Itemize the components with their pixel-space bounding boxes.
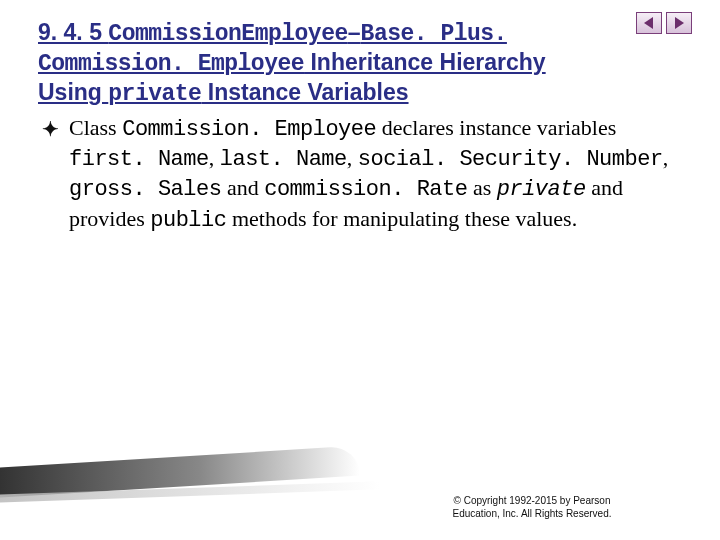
prev-button[interactable] (636, 12, 662, 34)
bullet-t1: declares instance variables (376, 115, 616, 140)
bullet-var-4: gross. Sales (69, 177, 221, 202)
copyright-line-2: Education, Inc. All Rights Reserved. (402, 508, 662, 521)
title-tail-2: Instance Variables (201, 79, 408, 105)
title-kw-private: private (108, 81, 201, 107)
svg-marker-0 (644, 17, 653, 29)
bullet-var-3: social. Security. Number (358, 147, 663, 172)
title-code-1: CommissionEmployee (108, 21, 347, 47)
copyright-line-1: © Copyright 1992-2015 by Pearson (402, 495, 662, 508)
bullet-and: and (221, 175, 264, 200)
triangle-left-icon (642, 16, 656, 30)
bullet-var-1: first. Name (69, 147, 209, 172)
bullet-class: Commission. Employee (122, 117, 376, 142)
bullet-var-2: last. Name (220, 147, 347, 172)
bullet-var-5: commission. Rate (264, 177, 467, 202)
bullet-item: ✦ Class Commission. Employee declares in… (38, 114, 682, 235)
slide: 9. 4. 5 CommissionEmployee–Base. Plus. C… (0, 0, 720, 540)
bullet-marker-icon: ✦ (42, 116, 59, 143)
bullet-end: methods for manipulating these values. (226, 206, 577, 231)
title-dash: – (348, 19, 361, 45)
bullet-text: Class Commission. Employee declares inst… (69, 114, 672, 235)
slide-title: 9. 4. 5 CommissionEmployee–Base. Plus. C… (38, 18, 682, 108)
bullet-comma-2: , (347, 145, 358, 170)
bullet-kw-public: public (150, 208, 226, 233)
decorative-wedge (0, 466, 360, 500)
bullet-kw-private: private (497, 177, 586, 202)
bullet-as: as (467, 175, 496, 200)
svg-marker-1 (675, 17, 684, 29)
bullet-lead: Class (69, 115, 122, 140)
copyright: © Copyright 1992-2015 by Pearson Educati… (402, 495, 662, 520)
slide-nav (636, 12, 692, 34)
triangle-right-icon (672, 16, 686, 30)
next-button[interactable] (666, 12, 692, 34)
bullet-comma-1: , (209, 145, 220, 170)
bullet-comma-3: , (663, 145, 669, 170)
title-section-number: 9. 4. 5 (38, 19, 108, 45)
